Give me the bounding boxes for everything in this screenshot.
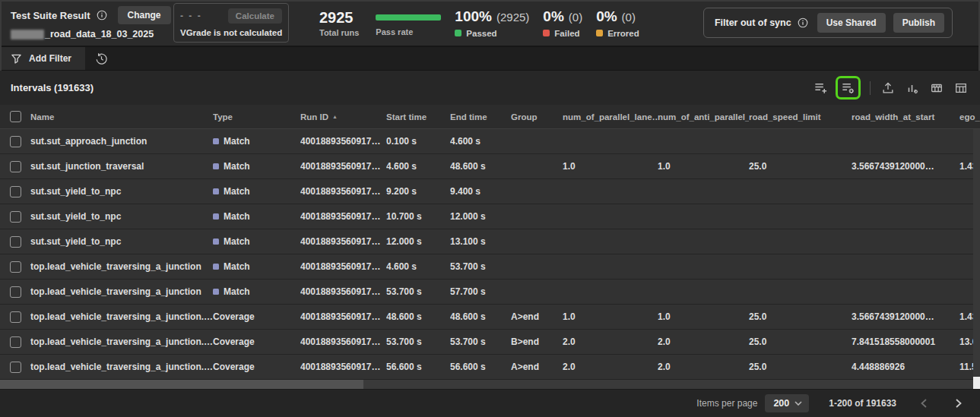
table-row[interactable]: top.lead_vehicle_traversing_a_junction.……	[0, 330, 980, 355]
column-header-name[interactable]: Name	[30, 112, 213, 122]
publish-button[interactable]: Publish	[893, 13, 944, 33]
run-id: 40018893560917…	[300, 311, 386, 322]
vertical-scrollbar[interactable]	[973, 129, 980, 389]
total-runs-value: 2925	[319, 9, 359, 26]
column-header-start-time[interactable]: Start time	[386, 112, 450, 122]
failed-count: (0)	[569, 11, 582, 24]
column-header-road-width-at-start[interactable]: road_width_at_start	[852, 112, 959, 122]
vertical-scrollbar-thumb[interactable]	[973, 377, 980, 389]
match-type-icon	[213, 138, 219, 144]
use-shared-button[interactable]: Use Shared	[817, 13, 886, 33]
road-width-at-start: 7.841518558000001	[852, 336, 959, 347]
end-time: 9.400 s	[450, 186, 511, 197]
start-time: 53.700 s	[386, 286, 450, 297]
passed-label: Passed	[466, 29, 496, 38]
road-width-at-start: 3.5667439120000…	[852, 161, 959, 172]
row-checkbox[interactable]	[10, 236, 21, 248]
chart-settings-icon[interactable]	[905, 81, 919, 95]
intervals-panel: Intervals (191633)	[0, 71, 980, 417]
vgrade-panel: - - - Calculate VGrade is not calculated	[173, 3, 289, 43]
passed-legend-icon	[455, 30, 461, 36]
top-bar: Test Suite Result Change _road_data_18_0…	[0, 0, 980, 47]
table-grid-icon[interactable]	[954, 81, 968, 95]
row-checkbox[interactable]	[10, 261, 21, 273]
interval-type: Match	[213, 186, 300, 197]
info-icon[interactable]	[97, 10, 107, 21]
add-filter-button[interactable]: Add Filter	[0, 47, 85, 70]
suite-name: _road_data_18_03_2025	[45, 29, 154, 39]
interval-name: top.lead_vehicle_traversing_a_junction	[30, 261, 213, 272]
column-header-num-parallel-lanes[interactable]: num_of_parallel_lane…	[563, 112, 658, 122]
road-width-at-start: 3.5667439120000…	[852, 311, 959, 322]
row-checkbox[interactable]	[10, 161, 21, 172]
num-of-anti-parallel: 2.0	[658, 336, 749, 347]
info-icon[interactable]	[798, 17, 808, 28]
column-header-ego-speed[interactable]: ego_sp	[959, 112, 980, 122]
interval-type: Match	[213, 286, 300, 297]
match-type-icon	[213, 188, 219, 194]
end-time: 12.000 s	[450, 211, 511, 222]
upload-icon[interactable]	[881, 81, 895, 95]
next-page-button[interactable]	[956, 399, 962, 408]
start-time: 9.200 s	[386, 186, 450, 197]
road-speed-limit: 25.0	[749, 311, 852, 322]
filter-bar: Add Filter	[0, 47, 980, 71]
vgrade-note: VGrade is not calculated	[180, 28, 282, 37]
interval-type: Match	[213, 211, 300, 222]
column-header-run-id[interactable]: Run ID▲	[300, 112, 386, 122]
run-id: 40018893560917…	[300, 136, 386, 147]
table-row[interactable]: sut.sut_yield_to_npcMatch40018893560917……	[0, 229, 980, 254]
history-icon[interactable]	[95, 52, 108, 65]
sort-asc-icon: ▲	[332, 114, 338, 119]
failed-stat: 0% (0) Failed	[543, 8, 582, 38]
row-checkbox[interactable]	[10, 186, 21, 197]
road-speed-limit: 25.0	[749, 161, 852, 172]
table-row[interactable]: top.lead_vehicle_traversing_a_junctionMa…	[0, 280, 980, 305]
table-row[interactable]: top.lead_vehicle_traversing_a_junctionMa…	[0, 254, 980, 280]
num-of-anti-parallel: 2.0	[658, 362, 749, 372]
start-time: 4.600 s	[386, 161, 450, 172]
table-row[interactable]: top.lead_vehicle_traversing_a_junction.……	[0, 305, 980, 330]
calculate-button[interactable]: Calculate	[228, 8, 282, 24]
column-header-group[interactable]: Group	[511, 112, 563, 122]
num-of-anti-parallel: 1.0	[658, 161, 749, 172]
horizontal-scrollbar[interactable]	[0, 380, 973, 389]
end-time: 48.600 s	[450, 161, 511, 172]
test-suite-title: Test Suite Result	[11, 10, 90, 21]
end-time: 57.700 s	[450, 286, 511, 297]
row-checkbox[interactable]	[10, 211, 21, 223]
row-checkbox[interactable]	[10, 136, 21, 147]
row-checkbox[interactable]	[10, 286, 21, 298]
select-all-checkbox[interactable]	[10, 111, 21, 122]
table-row[interactable]: sut.sut_yield_to_npcMatch40018893560917……	[0, 204, 980, 229]
interval-type: Match	[213, 261, 300, 272]
interval-type: Match	[213, 161, 300, 172]
table-header-icon[interactable]	[930, 81, 944, 95]
row-checkbox[interactable]	[10, 336, 21, 348]
column-header-num-anti-parallel[interactable]: num_of_anti_parallel_…	[658, 112, 749, 122]
start-time: 4.600 s	[386, 261, 450, 272]
match-type-icon	[213, 289, 219, 295]
table-row[interactable]: sut.sut_yield_to_npcMatch40018893560917……	[0, 179, 980, 204]
column-header-end-time[interactable]: End time	[450, 112, 511, 122]
chevron-down-icon	[794, 401, 802, 406]
toolbar-divider	[870, 81, 871, 95]
column-header-road-speed-limit[interactable]: road_speed_limit	[749, 112, 852, 122]
table-row[interactable]: top.lead_vehicle_traversing_a_junction.……	[0, 355, 980, 380]
pagination-range: 1-200 of 191633	[829, 398, 896, 409]
end-time: 53.700 s	[450, 336, 511, 347]
table-row[interactable]: sut.sut_approach_junctionMatch4001889356…	[0, 129, 980, 154]
num-of-parallel-lanes: 1.0	[563, 161, 658, 172]
row-settings-icon[interactable]	[841, 81, 855, 95]
vgrade-value: - - -	[180, 11, 202, 21]
prev-page-button[interactable]	[921, 399, 927, 408]
row-checkbox[interactable]	[10, 362, 21, 373]
column-header-type[interactable]: Type	[213, 112, 300, 122]
add-row-icon[interactable]	[813, 81, 828, 95]
row-checkbox[interactable]	[10, 311, 21, 323]
run-id: 40018893560917…	[300, 236, 386, 247]
table-row[interactable]: sut.sut_junction_traversalMatch400188935…	[0, 154, 980, 179]
horizontal-scrollbar-thumb[interactable]	[0, 380, 363, 389]
items-per-page-select[interactable]: 200	[765, 394, 809, 412]
change-button[interactable]: Change	[118, 6, 171, 24]
